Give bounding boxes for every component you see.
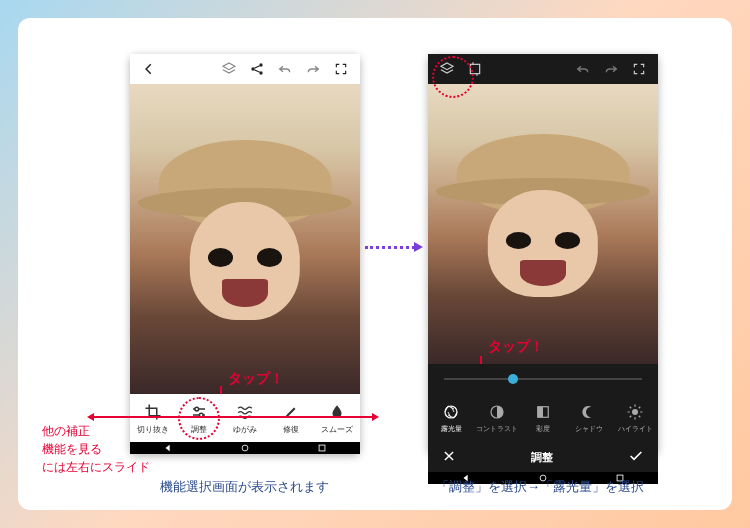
slider-track[interactable] — [444, 378, 642, 380]
tap-annotation: タップ！ — [228, 370, 284, 388]
phone-screenshot-1: タップ！ 切り抜き 調整 ゆがみ 修復 スムーズ — [130, 54, 360, 454]
fullscreen-icon[interactable] — [330, 58, 352, 80]
bottom-bar: 調整 — [428, 442, 658, 472]
side-note-line: 機能を見る — [42, 440, 150, 458]
confirm-icon[interactable] — [628, 448, 644, 466]
tools-toolbar: 切り抜き 調整 ゆがみ 修復 スムーズ — [130, 394, 360, 442]
tool-label: 彩度 — [536, 424, 550, 434]
crop-icon — [143, 402, 163, 422]
photo-preview: タップ！ — [130, 84, 360, 394]
tool-label: ハイライト — [618, 424, 653, 434]
nav-recent-icon[interactable] — [317, 443, 327, 453]
slide-arrow — [90, 416, 376, 418]
tool-distort[interactable]: ゆがみ — [224, 402, 266, 435]
side-note-line: 他の補正 — [42, 422, 150, 440]
svg-point-12 — [632, 409, 638, 415]
saturation-icon — [533, 402, 553, 422]
aperture-icon — [441, 402, 461, 422]
nav-back-icon[interactable] — [163, 443, 173, 453]
contrast-icon — [487, 402, 507, 422]
top-toolbar — [130, 54, 360, 84]
close-icon[interactable] — [442, 449, 456, 465]
tool-heal[interactable]: 修復 — [270, 402, 312, 435]
layers-icon[interactable] — [436, 58, 458, 80]
tool-label: スムーズ — [321, 424, 353, 435]
brush-icon — [281, 402, 301, 422]
android-navbar — [130, 442, 360, 454]
tool-exposure[interactable]: 露光量 — [430, 402, 472, 434]
tool-label: 修復 — [283, 424, 299, 435]
waves-icon — [235, 402, 255, 422]
phone-screenshot-2: タップ！ 露光量 コントラスト 彩度 シャドウ ハイライト 調整 — [428, 54, 658, 454]
tool-label: コントラスト — [476, 424, 518, 434]
top-toolbar — [428, 54, 658, 84]
tool-smooth[interactable]: スムーズ — [316, 402, 358, 435]
adjust-icon — [189, 402, 209, 422]
photo-preview: タップ！ — [428, 84, 658, 364]
share-icon[interactable] — [246, 58, 268, 80]
tool-contrast[interactable]: コントラスト — [476, 402, 518, 434]
fullscreen-icon[interactable] — [628, 58, 650, 80]
tap-annotation: タップ！ — [488, 338, 544, 356]
adjust-toolbar: 露光量 コントラスト 彩度 シャドウ ハイライト — [428, 394, 658, 442]
caption-1: 機能選択画面が表示されます — [160, 478, 329, 496]
tool-saturation[interactable]: 彩度 — [522, 402, 564, 434]
panel-title: 調整 — [531, 450, 553, 465]
shadow-icon — [579, 402, 599, 422]
undo-icon[interactable] — [274, 58, 296, 80]
slider-handle[interactable] — [508, 374, 518, 384]
redo-icon[interactable] — [302, 58, 324, 80]
svg-rect-11 — [538, 407, 543, 418]
caption-2: 「調整」を選択→「露光量」を選択 — [436, 478, 644, 496]
tool-label: ゆがみ — [233, 424, 257, 435]
transition-arrow — [365, 246, 420, 249]
highlight-icon — [625, 402, 645, 422]
side-note: 他の補正 機能を見る には左右にスライド — [42, 422, 150, 476]
drop-icon — [327, 402, 347, 422]
slider-area — [428, 364, 658, 394]
svg-point-5 — [242, 445, 248, 451]
tool-label: シャドウ — [575, 424, 603, 434]
tool-adjust[interactable]: 調整 — [178, 397, 220, 440]
nav-home-icon[interactable] — [240, 443, 250, 453]
tool-label: 調整 — [191, 424, 207, 435]
tool-label: 露光量 — [441, 424, 462, 434]
layers-icon[interactable] — [218, 58, 240, 80]
back-icon[interactable] — [138, 58, 160, 80]
svg-point-3 — [195, 407, 199, 411]
crop-tool-icon[interactable] — [464, 58, 486, 80]
redo-icon[interactable] — [600, 58, 622, 80]
svg-rect-7 — [470, 64, 479, 73]
tool-highlight[interactable]: ハイライト — [614, 402, 656, 434]
tool-shadow[interactable]: シャドウ — [568, 402, 610, 434]
undo-icon[interactable] — [572, 58, 594, 80]
side-note-line: には左右にスライド — [42, 458, 150, 476]
svg-rect-6 — [319, 445, 325, 451]
